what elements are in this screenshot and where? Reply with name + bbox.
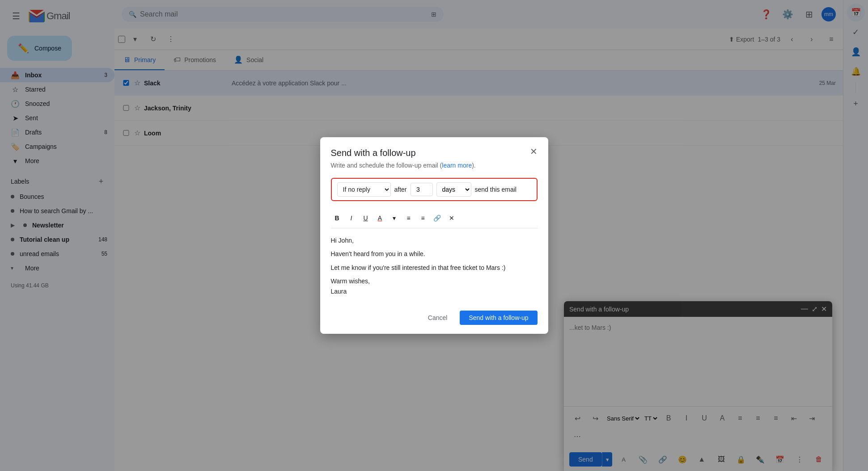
learn-more-link[interactable]: learn more: [442, 162, 472, 169]
modal-overlay: Send with a follow-up Write and schedule…: [0, 0, 868, 471]
clear-formatting-button[interactable]: ✕: [445, 212, 458, 224]
ordered-list-button[interactable]: ≡: [402, 212, 415, 224]
link-button[interactable]: 🔗: [431, 212, 444, 224]
modal-title: Send with a follow-up: [331, 148, 538, 158]
days-unit-select[interactable]: days hours weeks: [436, 182, 471, 197]
send-email-label: send this email: [475, 186, 517, 193]
font-color-dropdown[interactable]: ▾: [388, 212, 401, 224]
unordered-list-button[interactable]: ≡: [417, 212, 429, 224]
email-body-line3: Let me know if you're still interested i…: [331, 263, 538, 273]
days-number-input[interactable]: [411, 183, 433, 196]
modal-close-button[interactable]: ✕: [527, 144, 541, 159]
modal-subtitle: Write and schedule the follow-up email (…: [331, 162, 538, 169]
followup-modal: Send with a follow-up Write and schedule…: [320, 137, 548, 334]
email-body-line2: Haven't heard from you in a while.: [331, 249, 538, 259]
editor-toolbar: B I U A ▾ ≡ ≡ 🔗 ✕: [331, 208, 538, 228]
modal-footer: Cancel Send with a follow-up: [331, 311, 538, 325]
bold-button[interactable]: B: [331, 212, 343, 224]
cancel-button[interactable]: Cancel: [421, 311, 455, 325]
followup-condition-row: If no reply Always If not opened after d…: [331, 178, 538, 201]
italic-button[interactable]: I: [345, 212, 358, 224]
email-body-line4: Warm wishes, Laura: [331, 276, 538, 296]
email-body-line1: Hi John,: [331, 236, 538, 245]
email-body-editor[interactable]: Hi John, Haven't heard from you in a whi…: [331, 232, 538, 303]
send-followup-button[interactable]: Send with a follow-up: [460, 311, 537, 325]
underline-button[interactable]: U: [360, 212, 372, 224]
font-color-button[interactable]: A: [374, 212, 386, 224]
condition-select[interactable]: If no reply Always If not opened: [337, 182, 391, 197]
after-label: after: [394, 186, 407, 193]
